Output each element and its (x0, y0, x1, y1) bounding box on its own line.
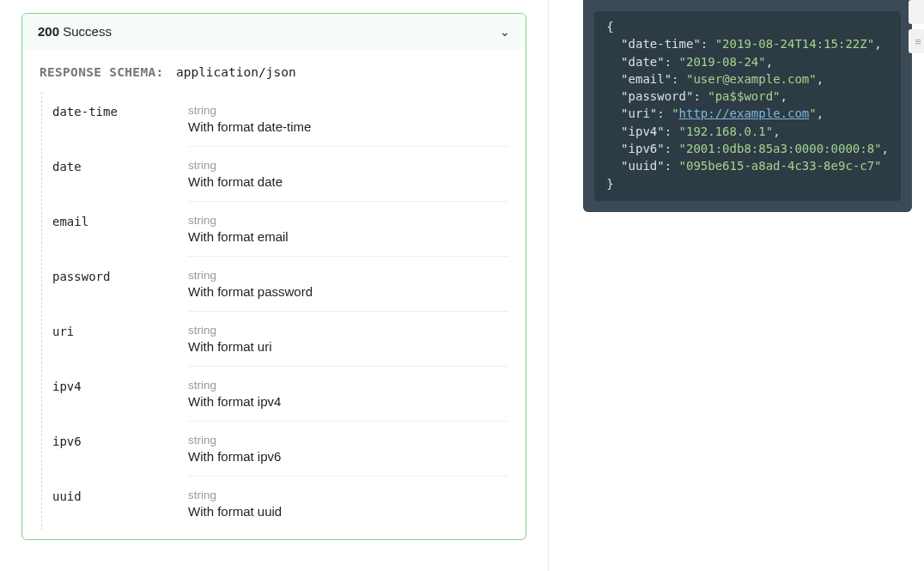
schema-panel: 200 Success ⌄ RESPONSE SCHEMA: applicati… (0, 0, 549, 571)
field-row: ipv6string With format ipv6 (42, 422, 508, 477)
code-block[interactable]: { "date-time": "2019-08-24T14:15:22Z", "… (594, 11, 901, 201)
field-desc: With format ipv4 (188, 394, 508, 409)
field-type: string (188, 489, 508, 501)
response-card: 200 Success ⌄ RESPONSE SCHEMA: applicati… (21, 13, 526, 540)
field-meta: string With format ipv4 (188, 379, 508, 422)
field-type: string (188, 159, 508, 172)
schema-label: RESPONSE SCHEMA: (40, 65, 163, 79)
chevron-down-icon: ⌄ (500, 25, 510, 39)
field-type: string (188, 269, 508, 282)
field-name: ipv6 (52, 434, 188, 465)
field-type: string (188, 324, 508, 337)
field-type: string (188, 104, 508, 117)
field-meta: string With format date-time (188, 104, 508, 147)
field-row: passwordstring With format password (42, 257, 508, 312)
field-meta: string With format password (188, 269, 508, 312)
field-name: date-time (52, 104, 188, 135)
field-row: uristring With format uri (42, 312, 508, 367)
response-status: 200 Success (38, 24, 112, 39)
field-desc: With format ipv6 (188, 449, 508, 464)
field-meta: string With format uuid (188, 489, 508, 531)
field-name: date (52, 159, 188, 190)
field-row: ipv4string With format ipv4 (42, 367, 508, 422)
field-type: string (188, 214, 508, 227)
field-name: uuid (52, 489, 188, 519)
side-toolbar: ≡ (909, 0, 924, 53)
code-wrapper: { "date-time": "2019-08-24T14:15:22Z", "… (583, 0, 912, 212)
response-header[interactable]: 200 Success ⌄ (22, 14, 526, 49)
field-desc: With format date (188, 174, 508, 189)
field-name: ipv4 (52, 379, 188, 410)
field-row: datestring With format date (42, 147, 508, 202)
side-button-top[interactable] (909, 0, 924, 24)
field-type: string (188, 379, 508, 392)
field-desc: With format password (188, 284, 508, 299)
field-desc: With format uuid (188, 504, 508, 519)
field-row: date-timestring With format date-time (42, 92, 508, 147)
field-name: password (52, 269, 188, 300)
field-meta: string With format email (188, 214, 508, 257)
field-meta: string With format date (188, 159, 508, 202)
field-desc: With format email (188, 229, 508, 244)
field-row: emailstring With format email (42, 202, 508, 257)
response-code: 200 (38, 24, 59, 39)
list-icon[interactable]: ≡ (909, 29, 924, 53)
field-row: uuidstring With format uuid (42, 477, 508, 531)
schema-content-type: application/json (176, 65, 296, 79)
field-type: string (188, 434, 508, 446)
field-meta: string With format ipv6 (188, 434, 508, 477)
response-status-text: Success (63, 24, 112, 39)
field-meta: string With format uri (188, 324, 508, 367)
schema-section: RESPONSE SCHEMA: application/json date-t… (22, 49, 526, 539)
field-list: date-timestring With format date-timedat… (41, 92, 508, 531)
example-panel: { "date-time": "2019-08-24T14:15:22Z", "… (549, 0, 924, 571)
field-desc: With format date-time (188, 119, 508, 134)
field-name: email (52, 214, 188, 245)
field-desc: With format uri (188, 339, 508, 354)
field-name: uri (52, 324, 188, 355)
